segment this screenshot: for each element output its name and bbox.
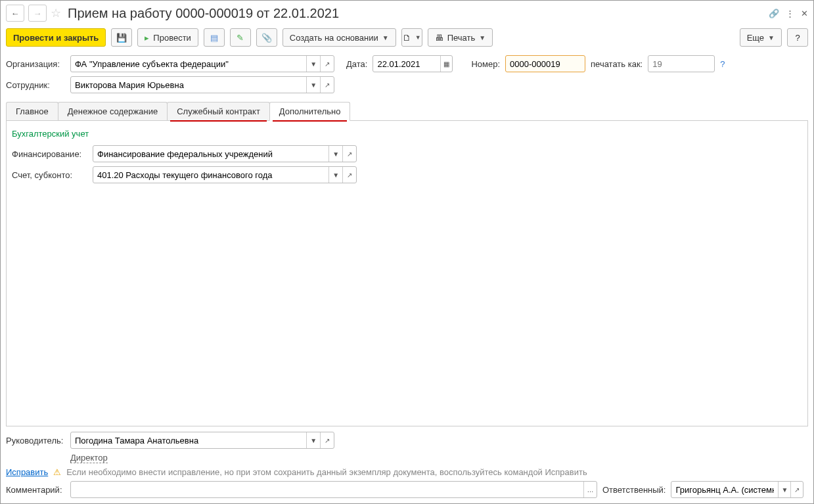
- post-button[interactable]: ▸Провести: [137, 28, 198, 47]
- chevron-down-icon: ▼: [382, 34, 389, 41]
- close-icon[interactable]: ✕: [801, 9, 808, 18]
- correct-link[interactable]: Исправить: [6, 467, 48, 477]
- favorite-star-icon[interactable]: ☆: [51, 6, 61, 20]
- correct-text: Если необходимо внести исправление, но п…: [66, 467, 587, 477]
- chevron-down-icon: ▼: [479, 34, 486, 41]
- printer-icon: 🖶: [435, 33, 443, 43]
- kebab-menu-icon[interactable]: ⋮: [786, 9, 794, 18]
- open-button[interactable]: ↗: [342, 146, 356, 162]
- action-button[interactable]: 🗋▼: [401, 28, 422, 47]
- window-title: Прием на работу 0000-000019 от 22.01.202…: [68, 6, 765, 21]
- dropdown-button[interactable]: ▼: [306, 77, 320, 93]
- open-button[interactable]: ↗: [320, 77, 334, 93]
- financing-input[interactable]: [93, 146, 328, 162]
- dropdown-button[interactable]: ▼: [306, 56, 320, 72]
- comment-label: Комментарий:: [6, 485, 65, 495]
- comment-field[interactable]: …: [70, 481, 597, 498]
- tab-bar: Главное Денежное содержание Служебный ко…: [6, 102, 808, 121]
- nav-forward-button[interactable]: →: [28, 5, 47, 22]
- help-button[interactable]: ?: [787, 28, 808, 47]
- number-label: Номер:: [471, 59, 500, 69]
- nav-back-button[interactable]: ←: [6, 5, 24, 22]
- date-input[interactable]: [373, 56, 440, 72]
- print-as-label: печатать как:: [591, 59, 643, 69]
- paperclip-icon: 📎: [261, 33, 272, 43]
- save-icon: 💾: [116, 33, 127, 43]
- tab-contract[interactable]: Служебный контракт: [167, 102, 270, 120]
- number-field[interactable]: [505, 55, 585, 72]
- warning-icon: ⚠: [53, 467, 61, 477]
- dropdown-button[interactable]: ▼: [328, 167, 342, 183]
- chevron-down-icon: ▼: [415, 34, 421, 41]
- calendar-button[interactable]: ▦: [440, 56, 452, 72]
- account-label: Счет, субконто:: [12, 170, 87, 180]
- pencil-icon: ✎: [237, 33, 244, 43]
- responsible-field[interactable]: ▼ ↗: [671, 481, 803, 498]
- manager-field[interactable]: ▼ ↗: [70, 432, 334, 449]
- responsible-input[interactable]: [671, 482, 778, 497]
- employee-input[interactable]: [71, 77, 306, 93]
- post-icon: ▸: [145, 33, 149, 43]
- financing-field[interactable]: ▼ ↗: [93, 145, 357, 162]
- dropdown-button[interactable]: ▼: [306, 432, 320, 448]
- date-field[interactable]: ▦: [373, 55, 453, 72]
- employee-field[interactable]: ▼ ↗: [70, 76, 334, 93]
- link-icon[interactable]: 🔗: [769, 9, 779, 18]
- organization-label: Организация:: [6, 59, 65, 69]
- dropdown-button[interactable]: ▼: [778, 482, 790, 497]
- print-as-field[interactable]: [648, 55, 715, 72]
- tab-main[interactable]: Главное: [6, 102, 58, 120]
- organization-field[interactable]: ▼ ↗: [70, 55, 334, 72]
- manager-label: Руководитель:: [6, 436, 65, 446]
- account-field[interactable]: ▼ ↗: [93, 166, 357, 183]
- report-icon: ▤: [210, 33, 218, 43]
- post-and-close-button[interactable]: Провести и закрыть: [6, 28, 106, 47]
- open-button[interactable]: ↗: [320, 56, 334, 72]
- financing-label: Финансирование:: [12, 149, 87, 159]
- print-button[interactable]: 🖶Печать ▼: [428, 28, 493, 47]
- manager-position-link[interactable]: Директор: [70, 453, 108, 463]
- tab-salary[interactable]: Денежное содержание: [58, 102, 168, 120]
- ellipsis-button[interactable]: …: [583, 482, 597, 497]
- manager-input[interactable]: [71, 432, 306, 448]
- open-button[interactable]: ↗: [342, 167, 356, 183]
- chevron-down-icon: ▼: [768, 34, 775, 41]
- open-button[interactable]: ↗: [790, 482, 803, 497]
- edit-button[interactable]: ✎: [230, 28, 251, 47]
- print-as-input[interactable]: [648, 56, 715, 72]
- accounting-section-title: Бухгалтерский учет: [12, 129, 802, 139]
- tab-additional[interactable]: Дополнительно: [269, 102, 351, 121]
- attach-button[interactable]: 📎: [256, 28, 277, 47]
- account-input[interactable]: [93, 167, 328, 183]
- open-button[interactable]: ↗: [320, 432, 334, 448]
- save-button[interactable]: 💾: [111, 28, 132, 47]
- comment-input[interactable]: [71, 482, 583, 497]
- organization-input[interactable]: [71, 56, 306, 72]
- responsible-label: Ответственный:: [602, 485, 666, 495]
- number-input[interactable]: [506, 56, 586, 72]
- more-button[interactable]: Еще ▼: [740, 28, 782, 47]
- employee-label: Сотрудник:: [6, 80, 65, 90]
- date-label: Дата:: [346, 59, 367, 69]
- help-link[interactable]: ?: [720, 59, 725, 69]
- dropdown-button[interactable]: ▼: [328, 146, 342, 162]
- create-based-on-button[interactable]: Создать на основании ▼: [283, 28, 396, 47]
- tab-content-additional: Бухгалтерский учет Финансирование: ▼ ↗ С…: [6, 121, 808, 426]
- report-button[interactable]: ▤: [204, 28, 225, 47]
- folder-icon: 🗋: [403, 33, 411, 43]
